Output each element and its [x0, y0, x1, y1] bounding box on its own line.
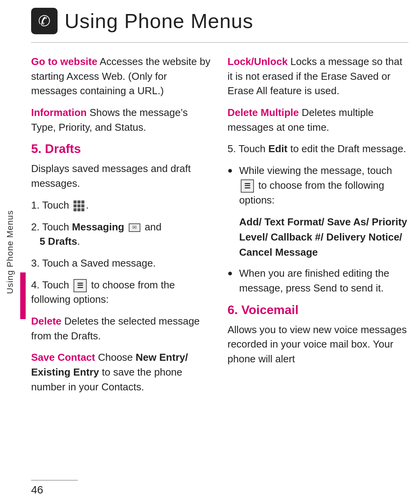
- menu-icon-step4: ☰: [74, 279, 87, 292]
- lockunlock-label: Lock/Unlock: [228, 56, 288, 67]
- options-block: Add/ Text Format/ Save As/ Priority Leve…: [239, 214, 408, 260]
- bullet1-text-a: While viewing the message, touch: [239, 165, 392, 176]
- step2b-label: Messaging: [72, 221, 124, 233]
- deletemultiple-label: Delete Multiple: [228, 107, 299, 118]
- step3-content: 3. Touch a Saved message.: [31, 256, 212, 271]
- header-icon-box: ✆: [31, 8, 58, 34]
- mail-icon: ✉: [129, 223, 140, 232]
- lockunlock-paragraph: Lock/Unlock Locks a message so that it i…: [228, 54, 408, 98]
- step5-item: 5. Touch Edit to edit the Draft message.: [228, 142, 408, 156]
- step4a-text: 4. Touch: [31, 279, 69, 291]
- section6-heading: 6. Voicemail: [228, 303, 408, 317]
- step1-text: 1. Touch: [31, 199, 69, 211]
- section5-heading: 5. Drafts: [31, 142, 212, 156]
- page-number: 46: [31, 484, 43, 496]
- step3-item: 3. Touch a Saved message.: [31, 256, 212, 271]
- bottom-divider: [31, 480, 78, 481]
- main-content: Go to website Accesses the website by st…: [31, 47, 408, 473]
- step4-content: 4. Touch ☰ to choose from the following …: [31, 278, 212, 307]
- step2d-text: 5 Drafts: [40, 235, 77, 247]
- step5a-text: 5. Touch: [228, 143, 266, 155]
- step2-item: 2. Touch Messaging ✉ and 5 Drafts.: [31, 220, 212, 249]
- step1-content: 1. Touch .: [31, 198, 212, 213]
- delete-paragraph: Delete Deletes the selected message from…: [31, 314, 212, 343]
- grid-icon: [74, 200, 84, 211]
- step5-content: 5. Touch Edit to edit the Draft message.: [228, 142, 408, 156]
- bullet2-item: ● When you are finished editing the mess…: [228, 266, 408, 295]
- phone-icon: ✆: [38, 12, 51, 30]
- info-paragraph: Information Shows the message’s Type, Pr…: [31, 105, 212, 135]
- side-accent-bar: [20, 272, 26, 319]
- section5-desc: Displays saved messages and draft messag…: [31, 162, 212, 191]
- page-title: Using Phone Menus: [65, 9, 253, 33]
- page-header: ✆ Using Phone Menus: [31, 8, 408, 34]
- menu-icon-bullet1: ☰: [241, 179, 254, 193]
- savecontact-paragraph: Save Contact Choose New Entry/ Existing …: [31, 350, 212, 394]
- step5c-text: to edit the Draft message.: [290, 143, 406, 155]
- right-column: Lock/Unlock Locks a message so that it i…: [228, 47, 408, 473]
- goto-label: Go to website: [31, 56, 97, 67]
- step1-item: 1. Touch .: [31, 198, 212, 213]
- bullet1-text-b: to choose from the following options:: [239, 179, 384, 206]
- step5b-text: Edit: [268, 143, 287, 155]
- left-column: Go to website Accesses the website by st…: [31, 47, 212, 473]
- savecontact-text: Choose: [95, 351, 133, 363]
- delete-label: Delete: [31, 315, 61, 327]
- bullet2-dot: ●: [228, 266, 239, 279]
- header-divider: [31, 42, 408, 43]
- goto-paragraph: Go to website Accesses the website by st…: [31, 54, 212, 98]
- side-label: Using Phone Menus: [0, 0, 20, 504]
- savecontact-label: Save Contact: [31, 351, 95, 363]
- bullet2-content: When you are finished editing the messag…: [239, 266, 408, 295]
- step2-content: 2. Touch Messaging ✉ and 5 Drafts.: [31, 220, 212, 249]
- bullet1-content: While viewing the message, touch ☰ to ch…: [239, 163, 408, 207]
- side-label-text: Using Phone Menus: [5, 210, 15, 294]
- step2a-text: 2. Touch: [31, 221, 69, 233]
- deletemultiple-paragraph: Delete Multiple Deletes multiple message…: [228, 105, 408, 135]
- info-label: Information: [31, 107, 87, 118]
- section6-desc: Allows you to view new voice messages re…: [228, 323, 408, 367]
- bullet1-dot: ●: [228, 163, 239, 177]
- bullet1-item: ● While viewing the message, touch ☰ to …: [228, 163, 408, 207]
- step4-item: 4. Touch ☰ to choose from the following …: [31, 278, 212, 307]
- step2c-text: and: [145, 221, 161, 233]
